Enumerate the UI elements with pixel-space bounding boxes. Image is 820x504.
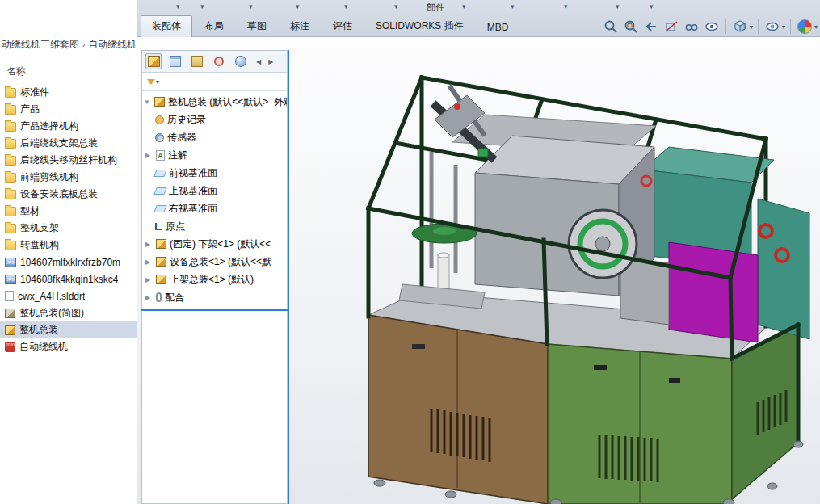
- list-item[interactable]: 后端绕线支架总装: [0, 135, 137, 152]
- list-item[interactable]: 标准件: [0, 84, 137, 101]
- list-item[interactable]: 设备安装底板总装: [0, 186, 137, 203]
- tree-item-label: 原点: [166, 220, 185, 233]
- list-item[interactable]: 产品: [0, 101, 137, 118]
- chevron-down-icon[interactable]: ▾: [296, 2, 300, 10]
- tab-sketch[interactable]: 草图: [236, 15, 278, 37]
- list-item[interactable]: JPG104607mlfxklrxfrzb70m: [0, 254, 137, 271]
- tree-item-annotations[interactable]: ▶ A 注解: [142, 146, 287, 164]
- list-item[interactable]: 后绕线头移动丝杆机构: [0, 152, 137, 169]
- file-explorer-pane: 动绕线机三维套图 › 自动绕线机 名称 标准件 产品 产品选择机构 后端绕线支架…: [0, 0, 137, 504]
- tab-displaymanager[interactable]: [233, 53, 249, 69]
- tree-item-upper-frame-component[interactable]: ▶ 上架总装<1> (默认): [142, 271, 287, 288]
- section-view-button[interactable]: [662, 18, 680, 36]
- chevron-down-icon[interactable]: ▾: [511, 2, 515, 10]
- file-name: 整机总装: [19, 323, 58, 337]
- assembly-icon: [154, 97, 165, 107]
- file-list: 标准件 产品 产品选择机构 后端绕线支架总装 后绕线头移动丝杆机构 前端剪线机构…: [0, 84, 137, 355]
- tree-item-right-plane[interactable]: 右视基准面: [142, 200, 287, 217]
- component-icon: [156, 239, 166, 249]
- tab-dimxpertmanager[interactable]: [211, 53, 227, 69]
- file-name: 标准件: [20, 86, 49, 99]
- dynamic-annotation-views-button[interactable]: [683, 18, 700, 36]
- tab-assembly[interactable]: 装配体: [141, 15, 192, 37]
- expand-collapsed-icon[interactable]: ▶: [145, 294, 153, 301]
- history-icon: [155, 116, 164, 124]
- list-item[interactable]: 2020自动绕线机: [0, 338, 137, 355]
- list-item[interactable]: 整机总装(简图): [0, 304, 137, 321]
- tree-filter-bar[interactable]: ▾: [142, 73, 287, 91]
- tree-item-sensors[interactable]: 传感器: [142, 128, 287, 146]
- chevron-down-icon[interactable]: ▾: [650, 2, 654, 10]
- chevron-down-icon[interactable]: ▾: [564, 2, 568, 10]
- tree-item-origin[interactable]: 原点: [142, 217, 287, 235]
- chevron-down-icon[interactable]: ▾: [462, 2, 466, 10]
- column-header-name[interactable]: 名称: [6, 65, 26, 78]
- view-orientation-button[interactable]: [731, 18, 749, 36]
- list-item[interactable]: cwx_A4H.slddrt: [0, 288, 137, 304]
- list-item[interactable]: 转盘机构: [0, 237, 137, 254]
- chevron-down-icon[interactable]: ▾: [394, 2, 398, 10]
- tab-mbd[interactable]: MBD: [476, 18, 520, 37]
- chevron-down-icon[interactable]: ▾: [616, 2, 620, 10]
- heads-up-view-toolbar: ▾ ▾ ▾: [602, 17, 818, 36]
- chevron-down-icon[interactable]: ▾: [750, 23, 753, 31]
- expand-collapsed-icon[interactable]: ▶: [145, 276, 153, 284]
- tree-item-front-plane[interactable]: 前视基准面: [142, 164, 287, 182]
- breadcrumb-folder[interactable]: 动绕线机三维套图: [2, 38, 79, 52]
- toolbar-separator: [725, 19, 726, 34]
- tab-solidworks-addins[interactable]: SOLIDWORKS 插件: [364, 15, 475, 37]
- plane-icon: [153, 170, 167, 177]
- folder-icon: [5, 224, 16, 233]
- tree-item-lower-frame-component[interactable]: ▶ (固定) 下架<1> (默认<<: [142, 235, 287, 253]
- plane-icon: [153, 187, 167, 195]
- chevron-down-icon[interactable]: ▾: [176, 2, 180, 10]
- display-style-button[interactable]: [763, 18, 781, 36]
- previous-view-button[interactable]: [642, 18, 660, 36]
- zoom-to-fit-button[interactable]: [602, 18, 620, 36]
- list-item[interactable]: JPG104608fk4kkqin1kskc4: [0, 271, 137, 288]
- tree-item-top-plane[interactable]: 上视基准面: [142, 182, 287, 200]
- tab-evaluate[interactable]: 评估: [322, 15, 364, 37]
- tab-propertymanager[interactable]: [167, 53, 183, 69]
- panel-splitter-horizontal[interactable]: [141, 309, 288, 311]
- zoom-to-area-button[interactable]: [622, 18, 640, 36]
- tree-item-label: 配合: [165, 291, 184, 304]
- sensors-icon: [155, 133, 164, 142]
- list-item[interactable]: 产品选择机构: [0, 118, 137, 135]
- tab-markup[interactable]: 标注: [279, 15, 321, 37]
- breadcrumb[interactable]: 动绕线机三维套图 › 自动绕线机: [2, 37, 136, 52]
- panel-scroll-left-icon[interactable]: ◀: [256, 58, 261, 65]
- expand-collapsed-icon[interactable]: ▶: [145, 152, 153, 159]
- breadcrumb-current[interactable]: 自动绕线机: [88, 38, 136, 52]
- tree-item-history[interactable]: 历史记录: [142, 111, 287, 128]
- list-item[interactable]: 前端剪线机构: [0, 169, 137, 186]
- list-item[interactable]: 型材: [0, 203, 137, 220]
- file-name: 后绕线头移动丝杆机构: [20, 153, 117, 167]
- chevron-down-icon[interactable]: ▾: [344, 2, 348, 10]
- tree-item-label: 设备总装<1> (默认<<默: [170, 255, 271, 269]
- tree-item-equipment-assembly-component[interactable]: ▶ 设备总装<1> (默认<<默: [142, 253, 287, 271]
- toolbar-group-label[interactable]: 部件: [427, 2, 444, 14]
- chevron-down-icon[interactable]: ▾: [200, 2, 204, 10]
- edit-appearance-button[interactable]: [796, 18, 814, 36]
- tree-item-mates[interactable]: ▶ 配合: [142, 288, 287, 306]
- list-item-selected[interactable]: 整机总装: [0, 321, 137, 338]
- chevron-down-icon[interactable]: ▾: [249, 2, 253, 10]
- chevron-down-icon[interactable]: ▾: [814, 23, 818, 31]
- expand-collapsed-icon[interactable]: ▶: [145, 258, 153, 266]
- file-name: 整机总装(简图): [19, 306, 84, 320]
- expand-open-icon[interactable]: ▼: [144, 99, 151, 106]
- hide-show-items-button[interactable]: [703, 18, 721, 36]
- panel-splitter-vertical[interactable]: [288, 50, 289, 504]
- tab-layout[interactable]: 布局: [193, 15, 235, 37]
- panel-scroll-right-icon[interactable]: ▶: [268, 58, 273, 65]
- chevron-down-icon[interactable]: ▾: [156, 78, 159, 86]
- folder-icon: [5, 190, 16, 200]
- expand-collapsed-icon[interactable]: ▶: [145, 241, 153, 248]
- tab-featuremanager-tree[interactable]: [145, 53, 162, 69]
- folder-icon: [5, 241, 16, 250]
- tab-configurationmanager[interactable]: [189, 53, 205, 69]
- list-item[interactable]: 整机支架: [0, 220, 137, 237]
- tree-root-assembly[interactable]: ▼ 整机总装 (默认<<默认>_外观: [142, 93, 287, 111]
- chevron-down-icon[interactable]: ▾: [782, 23, 785, 31]
